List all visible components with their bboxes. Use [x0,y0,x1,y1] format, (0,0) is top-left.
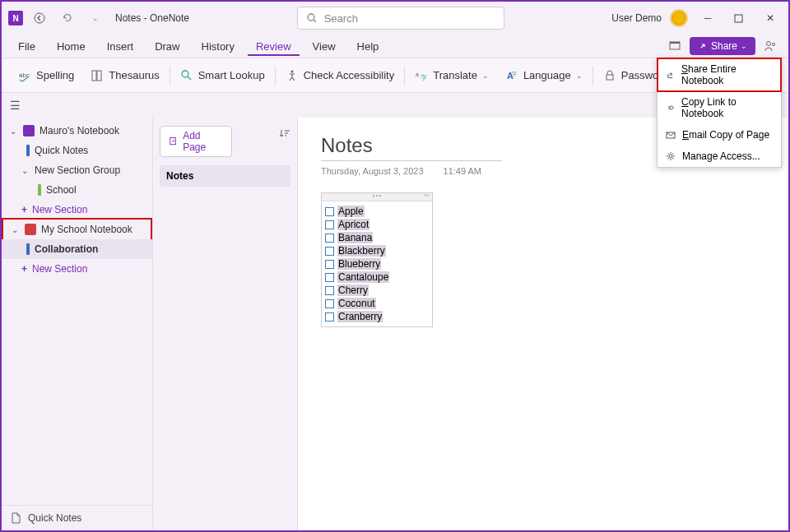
svg-point-13 [290,70,293,72]
checkbox-icon[interactable] [325,234,334,243]
menu-review[interactable]: Review [248,37,300,56]
section-group-new[interactable]: ⌄ New Section Group [2,160,152,180]
translate-button[interactable]: a字 Translate ⌄ [407,66,497,86]
svg-rect-18 [606,75,613,80]
email-copy-item[interactable]: Email Copy of Page [658,124,781,146]
close-button[interactable]: ✕ [759,7,782,30]
thesaurus-icon [91,69,104,82]
svg-text:a: a [416,72,419,77]
menu-view[interactable]: View [304,37,344,56]
checkbox-icon[interactable] [325,260,334,269]
page-notes[interactable]: Notes [160,165,290,187]
svg-rect-5 [670,42,680,44]
sort-button[interactable] [279,126,290,139]
checklist-item[interactable]: Banana [325,231,429,244]
smart-lookup-button[interactable]: Smart Lookup [172,66,273,86]
page-content[interactable]: Notes Thursday, August 3, 2023 11:49 AM … [298,118,788,530]
language-button[interactable]: A字 Language ⌄ [497,66,591,86]
back-button[interactable] [28,7,51,30]
undo-button[interactable] [56,7,79,30]
share-entire-notebook-item[interactable]: Share Entire Notebook [657,58,782,92]
page-title[interactable]: Notes [321,134,502,161]
user-avatar[interactable] [670,9,688,27]
checkbox-icon[interactable] [325,299,334,308]
checkbox-icon[interactable] [325,247,334,256]
checklist-item[interactable]: Blueberry [325,257,429,271]
people-icon[interactable] [760,36,780,56]
add-page-button[interactable]: + Add Page [160,126,232,157]
checklist-item-text: Cherry [337,285,369,296]
svg-text:字: 字 [421,74,427,81]
new-section-button[interactable]: + New Section [2,200,152,220]
checklist-item[interactable]: Cherry [325,284,429,297]
menu-draw[interactable]: Draw [146,37,188,56]
svg-line-2 [314,20,316,22]
notebook-icon [25,224,36,235]
thesaurus-button[interactable]: Thesaurus [82,66,167,86]
share-icon [666,70,675,80]
present-icon[interactable] [665,36,685,56]
note-container-handle[interactable]: ↔ [322,193,432,201]
checklist-item[interactable]: Blackberry [325,244,429,257]
checklist-item-text: Cantaloupe [337,271,389,283]
chevron-down-icon: ⌄ [741,42,747,50]
spelling-icon: abc [18,69,31,82]
checklist-item-text: Apple [337,206,365,217]
menu-file[interactable]: File [10,37,44,56]
checkbox-icon[interactable] [325,273,334,282]
section-color-icon [26,243,30,255]
spelling-button[interactable]: abc Spelling [10,66,82,86]
copy-link-item[interactable]: Copy Link to Notebook [658,91,781,124]
page-time: 11:49 AM [444,166,481,176]
check-accessibility-button[interactable]: Check Accessibility [277,66,403,86]
checklist-item-text: Apricot [337,219,369,230]
menu-insert[interactable]: Insert [99,37,142,56]
page-icon [10,512,21,524]
search-box[interactable]: Search [297,7,504,30]
notebook-mauros[interactable]: ⌄ Mauro's Notebook [2,121,152,141]
checklist-item[interactable]: Cranberry [325,310,429,323]
menu-history[interactable]: History [193,37,243,56]
email-icon [666,130,676,140]
checkbox-icon[interactable] [325,207,334,216]
menu-home[interactable]: Home [49,37,94,56]
maximize-button[interactable] [727,7,750,30]
app-icon: N [8,11,23,25]
svg-text:字: 字 [512,71,517,76]
pages-panel: + Add Page Notes [153,118,298,530]
new-section-button-2[interactable]: + New Section [2,259,152,279]
chevron-down-icon: ⌄ [21,166,30,175]
quick-notes-footer[interactable]: Quick Notes [2,505,152,530]
menu-help[interactable]: Help [349,37,388,56]
checklist-item[interactable]: Coconut [325,297,429,310]
user-name[interactable]: User Demo [611,12,662,24]
section-collaboration[interactable]: Collaboration [2,239,152,259]
checklist-item-text: Cranberry [337,311,383,322]
checkbox-icon[interactable] [325,312,334,322]
checklist-item-text: Blueberry [337,258,381,270]
checklist-item[interactable]: Apricot [325,218,429,231]
notebook-my-school[interactable]: ⌄ My School Notebook [2,218,152,241]
svg-rect-10 [97,71,101,81]
svg-point-11 [182,71,188,77]
manage-access-item[interactable]: Manage Access... [658,146,781,167]
section-school[interactable]: School [2,180,152,200]
checklist-item[interactable]: Cantaloupe [325,271,429,284]
checkbox-icon[interactable] [325,286,334,295]
note-container[interactable]: ↔ AppleApricotBananaBlackberryBlueberryC… [321,192,433,327]
customize-qat[interactable]: ⌄ [84,7,107,30]
share-dropdown-menu: Share Entire Notebook Copy Link to Noteb… [657,58,782,168]
page-date: Thursday, August 3, 2023 [321,166,424,176]
svg-point-7 [773,44,775,46]
hamburger-icon[interactable]: ☰ [10,99,21,112]
plus-icon: + [21,204,27,215]
share-button[interactable]: Share ⌄ [690,37,755,55]
minimize-button[interactable]: ─ [696,7,719,30]
checkbox-icon[interactable] [325,220,334,229]
notebook-icon [23,125,35,136]
section-quick-notes[interactable]: Quick Notes [2,141,152,160]
checklist-item[interactable]: Apple [325,205,429,218]
chevron-down-icon: ⌄ [10,127,18,136]
window-title: Notes - OneNote [115,12,189,24]
checklist-item-text: Coconut [337,298,376,309]
